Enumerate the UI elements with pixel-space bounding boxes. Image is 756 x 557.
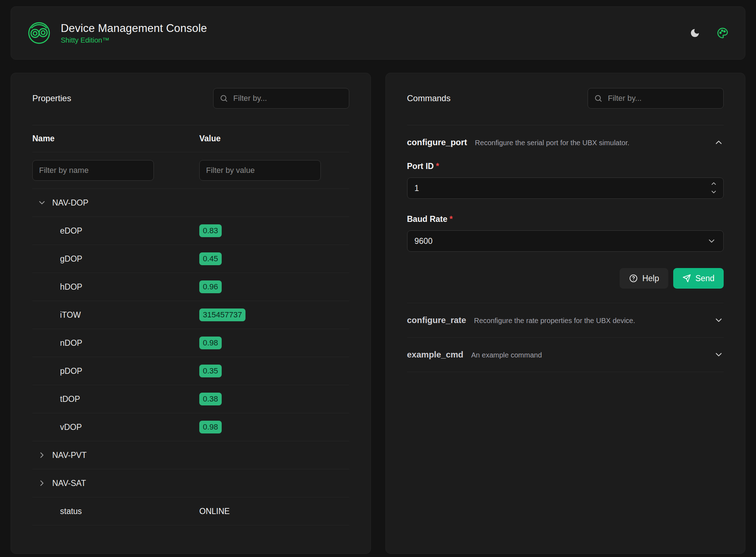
tree-group-nav-sat[interactable]: NAV-SAT: [32, 469, 349, 497]
tree-group-nav-dop[interactable]: NAV-DOP: [32, 189, 349, 217]
command-name: example_cmd: [407, 350, 464, 360]
baud-rate-label: Baud Rate*: [407, 214, 724, 224]
property-value-badge: 0.98: [199, 421, 222, 433]
stepper-up-icon[interactable]: [710, 180, 717, 187]
name-column-header: Name: [32, 134, 199, 143]
table-row: eDOP 0.83: [32, 217, 349, 245]
tree-group-nav-pvt[interactable]: NAV-PVT: [32, 441, 349, 469]
table-filter-row: [32, 152, 349, 189]
required-marker: *: [449, 214, 453, 224]
property-name: nDOP: [32, 338, 199, 348]
properties-table: Name Value NAV-DOP eDOP 0.83 gDOP 0.: [32, 125, 349, 525]
property-value-badge: 0.83: [199, 224, 222, 237]
table-row: gDOP 0.45: [32, 245, 349, 273]
command-configure-port-header[interactable]: configure_port Reconfigure the serial po…: [407, 125, 724, 159]
property-name: vDOP: [32, 422, 199, 432]
table-row-status: status ONLINE: [32, 497, 349, 525]
dark-mode-toggle-moon-icon[interactable]: [689, 27, 701, 39]
help-circle-icon: [629, 274, 638, 283]
value-column-header: Value: [199, 134, 349, 143]
property-value-badge: 0.35: [199, 365, 222, 377]
command-configure-rate-header[interactable]: configure_rate Reconfigure the rate prop…: [407, 303, 724, 338]
property-name: eDOP: [32, 226, 199, 236]
port-id-label: Port ID*: [407, 162, 724, 171]
search-icon: [594, 94, 603, 103]
property-name: gDOP: [32, 254, 199, 264]
command-description: Reconfigure the rate properties for the …: [474, 317, 635, 325]
page-title: Device Management Console: [61, 22, 207, 35]
status-value: ONLINE: [199, 507, 230, 516]
property-name: tDOP: [32, 394, 199, 404]
app-logo-icon: [27, 21, 51, 45]
configure-port-form: Port ID* Baud Rate* 9600: [407, 162, 724, 303]
baud-rate-value: 9600: [415, 236, 433, 246]
tree-group-label: NAV-SAT: [52, 479, 86, 488]
table-row: iTOW 315457737: [32, 301, 349, 329]
property-value-badge: 0.45: [199, 252, 222, 265]
command-description: An example command: [471, 351, 542, 359]
property-name: status: [32, 507, 199, 516]
property-value-badge: 0.98: [199, 337, 222, 349]
command-name: configure_rate: [407, 315, 466, 325]
chevron-up-icon[interactable]: [714, 137, 724, 147]
table-row: nDOP 0.98: [32, 329, 349, 357]
commands-filter-input[interactable]: [588, 88, 724, 109]
properties-title: Properties: [32, 93, 71, 103]
commands-title: Commands: [407, 93, 451, 103]
chevron-down-icon: [37, 198, 47, 207]
property-name: pDOP: [32, 366, 199, 376]
chevron-down-icon[interactable]: [714, 315, 724, 325]
tree-group-label: NAV-PVT: [52, 450, 87, 460]
commands-panel: Commands configure_port Reconfigure the …: [385, 73, 746, 554]
table-row: vDOP 0.98: [32, 413, 349, 441]
app-header: Device Management Console Shitty Edition…: [11, 6, 745, 60]
table-row: tDOP 0.38: [32, 385, 349, 413]
theme-palette-icon[interactable]: [717, 27, 729, 39]
required-marker: *: [436, 162, 439, 171]
property-name: hDOP: [32, 282, 199, 292]
command-description: Reconfigure the serial port for the UBX …: [475, 139, 630, 147]
property-value-badge: 0.38: [199, 393, 222, 405]
property-name: iTOW: [32, 310, 199, 320]
properties-filter-input[interactable]: [213, 88, 349, 109]
send-button[interactable]: Send: [673, 268, 724, 289]
commands-accordion: configure_port Reconfigure the serial po…: [407, 125, 724, 372]
command-example-cmd-header[interactable]: example_cmd An example command: [407, 338, 724, 372]
value-filter-input[interactable]: [199, 160, 321, 181]
baud-rate-select[interactable]: 9600: [407, 230, 724, 252]
name-filter-input[interactable]: [32, 160, 154, 181]
help-button[interactable]: Help: [620, 268, 668, 289]
properties-filter: [213, 88, 349, 109]
chevron-down-icon: [707, 236, 716, 246]
chevron-right-icon: [37, 450, 47, 460]
port-id-input[interactable]: [407, 178, 724, 199]
command-name: configure_port: [407, 137, 467, 147]
send-icon: [682, 274, 691, 283]
table-row: pDOP 0.35: [32, 357, 349, 385]
properties-panel: Properties Name Value NAV-DOP: [11, 73, 371, 554]
search-icon: [220, 94, 228, 103]
commands-filter: [588, 88, 724, 109]
stepper-down-icon[interactable]: [710, 188, 717, 195]
tree-group-label: NAV-DOP: [52, 198, 88, 208]
chevron-right-icon: [37, 479, 47, 488]
property-value-badge: 315457737: [199, 308, 245, 321]
page-subtitle: Shitty Edition™: [61, 36, 207, 44]
number-stepper[interactable]: [710, 180, 717, 195]
table-row: hDOP 0.96: [32, 273, 349, 301]
table-header-row: Name Value: [32, 125, 349, 152]
chevron-down-icon[interactable]: [714, 350, 724, 360]
property-value-badge: 0.96: [199, 280, 222, 293]
